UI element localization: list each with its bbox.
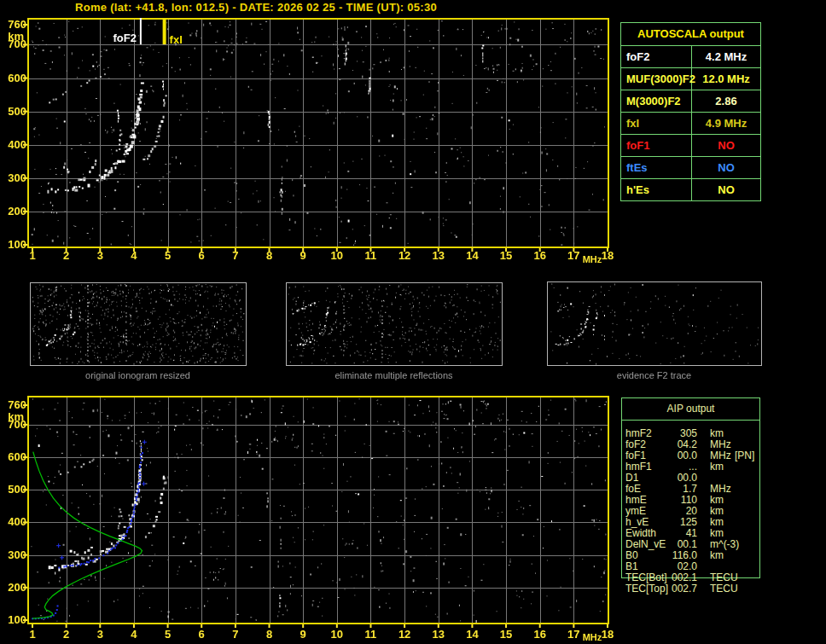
table-row: foF1 NO xyxy=(621,134,760,156)
table-row: fxI 4.9 MHz xyxy=(621,112,760,134)
param-extra xyxy=(735,461,760,473)
param-value: 002.7 xyxy=(670,583,697,595)
param-label: ftEs xyxy=(621,157,692,178)
table-row: ftEs NO xyxy=(621,156,760,178)
table-row: TEC[Top] 002.7 TECU xyxy=(621,583,760,595)
param-extra xyxy=(735,583,760,595)
autoscala-table-title: AUTOSCALA output xyxy=(621,23,760,45)
param-extra xyxy=(735,473,760,484)
profile-ionogram-plot xyxy=(0,388,619,644)
param-extra xyxy=(735,539,760,550)
param-value: 12.0 MHz xyxy=(692,68,760,90)
param-value: NO xyxy=(692,157,760,178)
param-extra xyxy=(735,506,760,517)
thumbnail-eliminate-reflections xyxy=(282,278,507,372)
param-extra xyxy=(735,561,760,572)
table-row: foF2 4.2 MHz xyxy=(621,45,760,67)
param-unit: TECU xyxy=(697,583,735,595)
param-label: fxI xyxy=(621,113,692,134)
param-label: M(3000)F2 xyxy=(621,90,692,112)
aip-table: AIP output hmF2 305 km foF2 04.2 MHz foF… xyxy=(621,397,760,595)
thumbnail-caption: eliminate multiple reflections xyxy=(286,370,502,380)
param-label: foF2 xyxy=(621,46,692,67)
param-value: 2.86 xyxy=(692,90,760,112)
param-extra xyxy=(735,495,760,506)
aip-table-title: AIP output xyxy=(621,397,760,421)
autoscala-app-window: Rome (lat: +41.8, lon: 012.5) - DATE: 20… xyxy=(0,0,826,644)
param-label: foF1 xyxy=(621,135,692,156)
param-unit: km xyxy=(697,461,735,473)
main-ionogram-plot xyxy=(0,12,619,268)
table-row: MUF(3000)F2 12.0 MHz xyxy=(621,67,760,90)
param-extra xyxy=(735,572,760,583)
thumbnail-caption: original ionogram resized xyxy=(30,370,246,380)
autoscala-table: AUTOSCALA output foF2 4.2 MHz MUF(3000)F… xyxy=(620,22,761,201)
param-label: TEC[Top] xyxy=(625,583,670,595)
param-extra xyxy=(735,550,760,561)
table-row: h'Es NO xyxy=(621,178,760,200)
param-extra xyxy=(735,484,760,495)
param-value: NO xyxy=(692,179,760,200)
param-unit: km xyxy=(697,550,735,561)
param-value: 4.2 MHz xyxy=(692,46,760,67)
param-extra: [PN] xyxy=(735,450,760,461)
param-value: 4.9 MHz xyxy=(692,113,760,134)
param-label: h'Es xyxy=(621,179,692,200)
param-label: MUF(3000)F2 xyxy=(621,68,692,90)
thumbnail-original-ionogram xyxy=(26,278,251,372)
param-extra xyxy=(735,517,760,528)
param-extra xyxy=(735,428,760,439)
thumbnail-evidence-f2 xyxy=(543,277,766,371)
param-value: NO xyxy=(692,135,760,156)
table-row: M(3000)F2 2.86 xyxy=(621,90,760,112)
thumbnail-caption: evidence F2 trace xyxy=(547,370,761,380)
